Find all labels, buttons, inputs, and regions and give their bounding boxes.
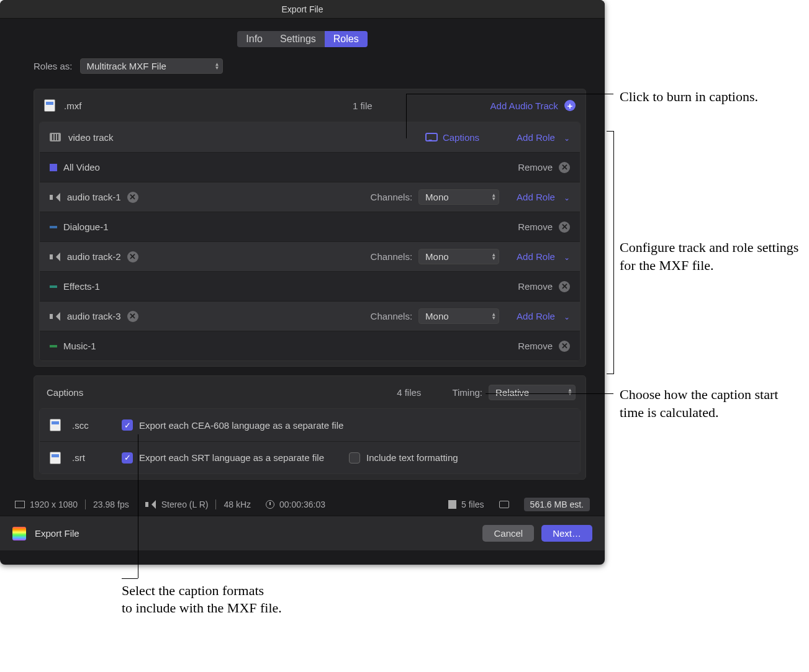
role-row-music: Music-1 Remove ✕	[40, 331, 580, 361]
check-icon: ✓	[124, 453, 131, 462]
timing-label: Timing:	[452, 387, 482, 398]
scc-export-checkbox[interactable]: ✓	[122, 419, 133, 431]
role-row-effects: Effects-1 Remove ✕	[40, 271, 580, 301]
role-name: Dialogue-1	[63, 222, 109, 232]
add-role-label: Add Role	[517, 311, 555, 321]
audio-track-label: audio track-1	[67, 192, 121, 202]
status-duration: 00:00:36:03	[279, 500, 325, 509]
tab-settings[interactable]: Settings	[271, 31, 325, 47]
remove-role-button[interactable]: ✕	[559, 222, 570, 233]
timing-select[interactable]: Relative ▲▼	[489, 385, 576, 400]
scc-export-label: Export each CEA-608 language as a separa…	[139, 420, 343, 431]
next-button[interactable]: Next…	[541, 525, 592, 542]
monitor-icon	[499, 501, 509, 508]
remove-label: Remove	[518, 281, 553, 292]
add-role-audio-3[interactable]: Add Role ⌄	[517, 311, 570, 321]
channels-select-3[interactable]: Mono ▲▼	[418, 308, 499, 324]
footer: Export File Cancel Next…	[0, 516, 605, 550]
remove-role-button[interactable]: ✕	[559, 281, 570, 292]
srt-ext: .srt	[72, 452, 122, 463]
mxf-panel: .mxf 1 file Add Audio Track + video trac…	[34, 89, 586, 367]
file-icon	[50, 419, 61, 431]
status-size: 561.6 MB est.	[524, 498, 590, 511]
channels-select-1[interactable]: Mono ▲▼	[418, 189, 499, 205]
captions-btn-label: Captions	[443, 132, 479, 143]
channels-label: Channels:	[371, 251, 413, 262]
stack-icon	[448, 500, 456, 509]
channels-label: Channels:	[371, 192, 413, 202]
annotation-formats-1: Select the caption formats	[122, 582, 264, 600]
add-role-label: Add Role	[517, 192, 555, 202]
status-resolution: 1920 x 1080	[30, 500, 78, 509]
channels-value: Mono	[425, 192, 449, 202]
channels-select-2[interactable]: Mono ▲▼	[418, 249, 499, 264]
speaker-icon	[50, 312, 60, 321]
add-role-audio-2[interactable]: Add Role ⌄	[517, 251, 570, 262]
audio-track-label: audio track-3	[67, 311, 121, 321]
mxf-file-count: 1 file	[353, 101, 373, 111]
resolution-icon	[15, 501, 25, 508]
roles-as-select[interactable]: Multitrack MXF File ▲▼	[80, 58, 223, 74]
srt-export-label: Export each SRT language as a separate f…	[139, 452, 324, 463]
captions-panel: Captions 4 files Timing: Relative ▲▼ .sc…	[34, 375, 586, 480]
app-icon	[12, 527, 26, 540]
stepper-icon: ▲▼	[491, 253, 496, 261]
tab-roles[interactable]: Roles	[325, 31, 368, 47]
remove-role-button[interactable]: ✕	[559, 162, 570, 173]
annotation-timing: Choose how the caption start time is cal…	[620, 386, 800, 421]
tab-info[interactable]: Info	[237, 31, 271, 47]
captions-icon	[425, 133, 438, 141]
add-audio-label: Add Audio Track	[490, 101, 558, 111]
check-icon: ✓	[124, 421, 131, 430]
status-bar: 1920 x 1080 23.98 fps Stereo (L R) 48 kH…	[0, 493, 605, 516]
video-track-label: video track	[68, 132, 114, 143]
file-icon	[50, 452, 61, 464]
annotation-burn: Click to burn in captions.	[620, 88, 800, 106]
annotation-formats-2: to include with the MXF file.	[122, 599, 282, 617]
captions-button[interactable]: Captions	[425, 132, 479, 143]
add-audio-track-button[interactable]: Add Audio Track +	[490, 100, 576, 111]
status-file-count: 5 files	[461, 500, 484, 509]
speaker-icon	[145, 500, 155, 509]
role-swatch	[50, 226, 57, 228]
mxf-ext: .mxf	[64, 101, 81, 111]
speaker-icon	[50, 193, 60, 202]
annotation-configure: Configure track and role settings for th…	[620, 239, 800, 274]
plus-icon: +	[564, 100, 576, 111]
stepper-icon: ▲▼	[491, 313, 496, 320]
export-window: Export File Info Settings Roles Roles as…	[0, 0, 605, 565]
speaker-icon	[50, 253, 60, 261]
roles-as-label: Roles as:	[34, 61, 73, 71]
role-row-dialogue: Dialogue-1 Remove ✕	[40, 212, 580, 241]
remove-track-button[interactable]: ✕	[127, 192, 138, 203]
add-role-audio-1[interactable]: Add Role ⌄	[517, 192, 570, 202]
role-row-all-video: All Video Remove ✕	[40, 152, 580, 182]
file-icon	[44, 99, 55, 112]
include-formatting-label: Include text formatting	[366, 452, 458, 463]
scc-ext: .scc	[72, 420, 122, 431]
srt-export-checkbox[interactable]: ✓	[122, 452, 133, 464]
captions-file-count: 4 files	[397, 387, 421, 398]
remove-track-button[interactable]: ✕	[127, 251, 138, 262]
status-fps: 23.98 fps	[93, 500, 129, 509]
role-swatch	[50, 164, 57, 171]
add-role-video[interactable]: Add Role ⌄	[517, 132, 570, 143]
include-formatting-checkbox[interactable]	[349, 452, 360, 464]
status-sample: 48 kHz	[224, 500, 251, 509]
roles-as-value: Multitrack MXF File	[87, 61, 166, 71]
role-name: All Video	[63, 162, 100, 172]
window-title: Export File	[0, 0, 605, 19]
remove-track-button[interactable]: ✕	[127, 311, 138, 322]
role-swatch	[50, 285, 57, 288]
remove-label: Remove	[518, 162, 553, 172]
channels-value: Mono	[425, 311, 449, 321]
timing-value: Relative	[495, 387, 529, 398]
chevron-down-icon: ⌄	[564, 134, 570, 143]
add-role-label: Add Role	[517, 251, 555, 262]
channels-value: Mono	[425, 251, 449, 262]
cancel-button[interactable]: Cancel	[482, 525, 534, 542]
status-audio: Stereo (L R)	[161, 500, 209, 509]
chevron-down-icon: ⌄	[564, 313, 570, 321]
footer-title: Export File	[35, 528, 79, 539]
remove-role-button[interactable]: ✕	[559, 341, 570, 352]
